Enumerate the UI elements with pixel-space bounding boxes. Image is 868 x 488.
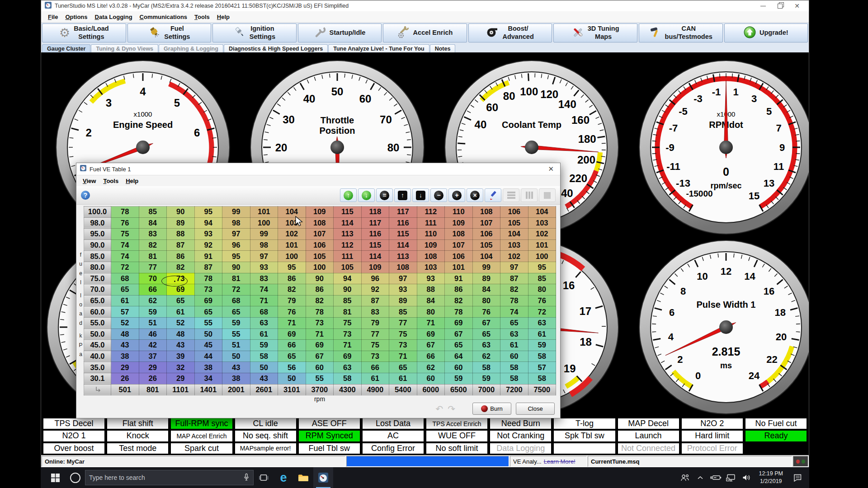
ve-cell[interactable]: 115 <box>361 239 389 251</box>
ve-cell[interactable]: 68 <box>111 273 139 284</box>
ve-cell[interactable]: 108 <box>417 251 445 262</box>
ve-cell[interactable]: 84 <box>417 295 445 306</box>
ve-cell[interactable]: 94 <box>334 273 362 284</box>
ve-cell[interactable]: 66 <box>417 351 445 362</box>
chevron-up-icon[interactable] <box>693 467 707 488</box>
ve-cell[interactable]: 69 <box>417 328 445 340</box>
dialog-menu-help[interactable]: Help <box>123 177 141 185</box>
ve-cell[interactable]: 97 <box>250 251 278 262</box>
ve-cell[interactable]: 115 <box>389 229 417 240</box>
ve-cell[interactable]: 58 <box>500 362 528 373</box>
ve-cell[interactable]: 67 <box>472 317 500 328</box>
ve-cell[interactable]: 57 <box>111 306 139 318</box>
ve-cell[interactable]: 67 <box>445 328 473 340</box>
ve-cell[interactable]: 63 <box>472 340 500 351</box>
ve-cell[interactable]: 74 <box>111 251 139 262</box>
ve-cell[interactable]: 46 <box>139 328 167 340</box>
ve-cell[interactable]: 75 <box>111 229 139 240</box>
tab-tuning-dyno-views[interactable]: Tuning & Dyno Views <box>91 44 158 53</box>
ve-cell[interactable]: 75 <box>389 328 417 340</box>
ve-cell[interactable]: 103 <box>417 262 445 273</box>
ve-cell[interactable]: 43 <box>250 373 278 384</box>
ve-cell[interactable]: 91 <box>445 273 473 284</box>
ve-cell[interactable]: 74 <box>500 306 528 318</box>
ve-cell[interactable]: 48 <box>167 328 195 340</box>
ve-cell[interactable]: 100 <box>250 217 278 229</box>
block-view-icon[interactable] <box>539 188 556 202</box>
ve-cell[interactable]: 107 <box>472 217 500 229</box>
ve-cell[interactable]: 71 <box>334 340 362 351</box>
tab-tune-analyze-live-tune-for-you[interactable]: Tune Analyze Live! - Tune For You <box>328 44 429 53</box>
ve-cell[interactable]: 102 <box>500 251 528 262</box>
dialog-menu-tools[interactable]: Tools <box>100 177 121 185</box>
ve-cell[interactable]: 29 <box>139 362 167 373</box>
ve-cell[interactable]: 42 <box>139 340 167 351</box>
ve-cell[interactable]: 116 <box>361 229 389 240</box>
ve-cell[interactable]: 114 <box>361 251 389 262</box>
ve-cell[interactable]: 60 <box>445 362 473 373</box>
ve-cell[interactable]: 69 <box>194 295 222 306</box>
ve-cell[interactable]: 58 <box>528 351 556 362</box>
ve-cell[interactable]: 69 <box>334 351 362 362</box>
tab-gauge-cluster[interactable]: Gauge Cluster <box>42 44 90 53</box>
ve-cell[interactable]: 96 <box>361 273 389 284</box>
ve-cell[interactable]: 66 <box>139 284 167 296</box>
ve-cell[interactable]: 95 <box>528 262 556 273</box>
ve-cell[interactable]: 34 <box>194 373 222 384</box>
ve-cell[interactable]: 87 <box>361 295 389 306</box>
ve-cell[interactable]: 88 <box>167 229 195 240</box>
ve-cell[interactable]: 85 <box>139 206 167 218</box>
ve-cell[interactable]: 73 <box>389 340 417 351</box>
ve-cell[interactable]: 116 <box>389 217 417 229</box>
ve-cell[interactable]: 115 <box>334 206 362 218</box>
ve-cell[interactable]: 72 <box>111 262 139 273</box>
ve-cell[interactable]: 76 <box>528 295 556 306</box>
ve-cell[interactable]: 99 <box>222 206 250 218</box>
ve-cell[interactable]: 109 <box>306 206 334 218</box>
ve-cell[interactable]: 50 <box>250 362 278 373</box>
ve-cell[interactable]: 38 <box>111 351 139 362</box>
ve-cell[interactable]: 98 <box>250 239 278 251</box>
ve-cell[interactable]: 43 <box>167 340 195 351</box>
ve-cell[interactable]: 65 <box>194 306 222 318</box>
ve-cell[interactable]: 26 <box>111 373 139 384</box>
menu-help[interactable]: Help <box>214 13 233 21</box>
ve-cell[interactable]: 114 <box>334 217 362 229</box>
ve-cell[interactable]: 84 <box>472 284 500 296</box>
battery-icon[interactable] <box>709 467 722 488</box>
ve-cell[interactable]: 95 <box>194 206 222 218</box>
ve-cell[interactable]: 58 <box>500 373 528 384</box>
ve-cell[interactable]: 60 <box>306 362 334 373</box>
ve-cell[interactable]: 100 <box>278 251 306 262</box>
ve-cell[interactable]: 107 <box>306 229 334 240</box>
ve-cell[interactable]: 71 <box>417 317 445 328</box>
ve-cell[interactable]: 59 <box>528 340 556 351</box>
ve-cell[interactable]: 69 <box>445 317 473 328</box>
ve-cell[interactable]: 106 <box>472 229 500 240</box>
menu-tools[interactable]: Tools <box>191 13 213 21</box>
3d-tuning-maps-button[interactable]: 3D TuningMaps <box>553 23 637 42</box>
ve-cell[interactable]: 107 <box>445 239 473 251</box>
ve-cell[interactable]: 84 <box>139 217 167 229</box>
ve-cell[interactable]: 94 <box>194 217 222 229</box>
ve-cell[interactable]: 73 <box>361 351 389 362</box>
ve-cell[interactable]: 99 <box>250 229 278 240</box>
ve-cell[interactable]: 100 <box>528 251 556 262</box>
ve-cell[interactable]: 81 <box>139 251 167 262</box>
ve-cell[interactable]: 74 <box>250 284 278 296</box>
ve-cell[interactable]: 118 <box>361 206 389 218</box>
network-icon[interactable] <box>724 467 738 488</box>
up-square-icon[interactable]: ↑ <box>394 188 411 202</box>
microphone-icon[interactable] <box>243 473 250 483</box>
file-explorer-icon[interactable] <box>293 467 313 488</box>
ve-cell[interactable]: 52 <box>111 317 139 328</box>
tab-graphing-logging[interactable]: Graphing & Logging <box>159 44 223 53</box>
ve-cell[interactable]: 78 <box>306 306 334 318</box>
tab-notes[interactable]: Notes <box>430 44 456 53</box>
redo-icon[interactable]: ↷ <box>448 404 455 413</box>
cortana-icon[interactable] <box>65 467 85 488</box>
ve-cell[interactable]: 60 <box>417 373 445 384</box>
ve-cell[interactable]: 117 <box>389 206 417 218</box>
ve-cell[interactable]: 58 <box>472 362 500 373</box>
ve-cell[interactable]: 50 <box>194 328 222 340</box>
